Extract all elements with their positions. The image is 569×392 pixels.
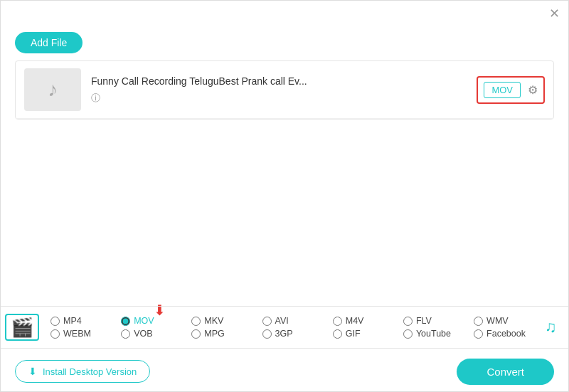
format-radio-facebook[interactable] bbox=[474, 329, 483, 339]
format-radio-3gp[interactable] bbox=[262, 329, 272, 339]
convert-button[interactable]: Convert bbox=[457, 359, 554, 385]
video-format-icon-wrap[interactable]: 🎬 bbox=[1, 314, 43, 341]
format-option-facebook[interactable]: Facebook bbox=[474, 329, 526, 339]
format-badge[interactable]: MOV bbox=[484, 82, 521, 98]
music-right-icon[interactable]: ♫ bbox=[533, 318, 568, 337]
download-icon: ⬇ bbox=[28, 366, 37, 377]
format-option-webm[interactable]: WEBM bbox=[50, 329, 121, 339]
format-radio-mp4[interactable] bbox=[50, 317, 60, 326]
format-area: 🎬 MP4 MOV MKV AVI M4V FLV WMV WEBM bbox=[1, 306, 568, 349]
close-button[interactable]: ✕ bbox=[548, 8, 560, 19]
format-option-m4v[interactable]: M4V bbox=[333, 316, 403, 326]
file-list-area: ♪ Funny Call Recording TeluguBest Prank … bbox=[15, 60, 554, 120]
format-radio-mkv[interactable] bbox=[191, 317, 201, 326]
format-grid: MP4 MOV MKV AVI M4V FLV WMV WEBM VOB bbox=[43, 316, 533, 339]
format-option-gif[interactable]: GIF bbox=[333, 329, 403, 339]
format-option-mov[interactable]: MOV bbox=[121, 316, 191, 326]
format-option-avi[interactable]: AVI bbox=[262, 316, 333, 326]
format-option-youtube[interactable]: YouTube bbox=[403, 329, 474, 339]
format-option-wmv[interactable]: WMV bbox=[474, 316, 526, 326]
format-option-3gp[interactable]: 3GP bbox=[262, 329, 333, 339]
format-option-mkv[interactable]: MKV bbox=[191, 316, 262, 326]
format-radio-vob[interactable] bbox=[121, 329, 130, 339]
format-option-mpg[interactable]: MPG bbox=[191, 329, 262, 339]
format-radio-flv[interactable] bbox=[403, 317, 413, 326]
format-option-mp4[interactable]: MP4 bbox=[50, 316, 121, 326]
file-name: Funny Call Recording TeluguBest Prank ca… bbox=[91, 75, 477, 87]
format-option-flv[interactable]: FLV bbox=[403, 316, 474, 326]
format-option-vob[interactable]: VOB bbox=[121, 329, 191, 339]
file-thumbnail: ♪ bbox=[24, 68, 81, 111]
format-radio-wmv[interactable] bbox=[474, 317, 483, 326]
title-bar: ✕ bbox=[1, 1, 568, 26]
install-desktop-button[interactable]: ⬇ Install Desktop Version bbox=[15, 360, 150, 383]
file-info: Funny Call Recording TeluguBest Prank ca… bbox=[91, 75, 477, 105]
info-icon[interactable]: ⓘ bbox=[91, 92, 100, 103]
format-radio-webm[interactable] bbox=[50, 329, 60, 339]
film-icon: 🎬 bbox=[5, 314, 39, 341]
format-radio-m4v[interactable] bbox=[333, 317, 342, 326]
music-note-icon: ♪ bbox=[48, 78, 58, 101]
bottom-bar: ⬇ Install Desktop Version Convert bbox=[1, 351, 568, 391]
format-radio-mpg[interactable] bbox=[191, 329, 201, 339]
add-file-button[interactable]: Add File bbox=[15, 32, 83, 53]
install-label: Install Desktop Version bbox=[43, 366, 137, 377]
format-radio-mov[interactable] bbox=[121, 317, 130, 326]
file-item: ♪ Funny Call Recording TeluguBest Prank … bbox=[16, 61, 553, 119]
format-radio-avi[interactable] bbox=[262, 317, 272, 326]
file-actions: MOV ⚙ bbox=[477, 76, 545, 104]
format-radio-gif[interactable] bbox=[333, 329, 342, 339]
format-radio-youtube[interactable] bbox=[403, 329, 413, 339]
settings-icon[interactable]: ⚙ bbox=[528, 83, 538, 97]
toolbar: Add File bbox=[1, 26, 568, 60]
